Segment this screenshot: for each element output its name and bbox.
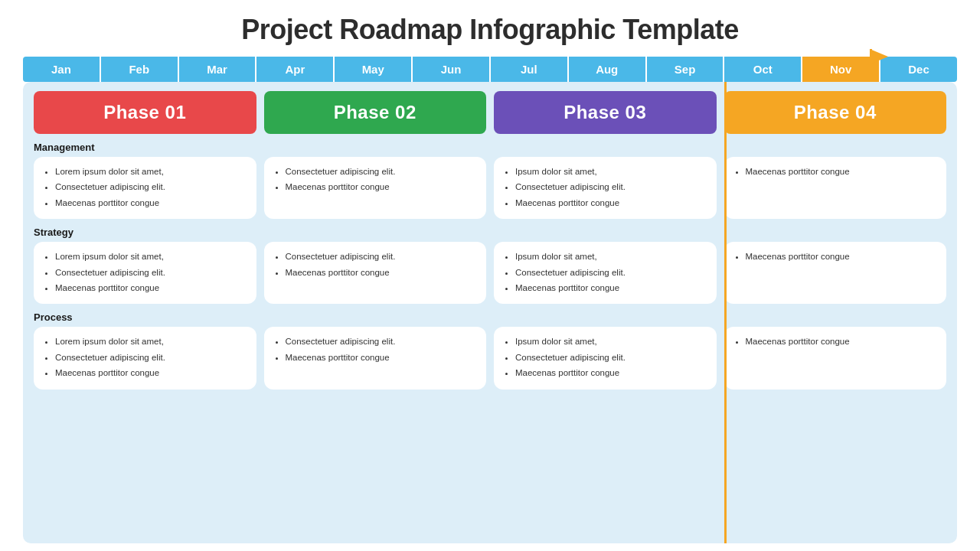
card-1-1: Consectetuer adipiscing elit.Maecenas po… bbox=[264, 242, 487, 304]
svg-marker-0 bbox=[870, 49, 888, 64]
card-0-0: Lorem ipsum dolor sit amet,Consectetuer … bbox=[34, 157, 256, 219]
card-0-1: Consectetuer adipiscing elit.Maecenas po… bbox=[264, 157, 487, 219]
card-1-2: Ipsum dolor sit amet,Consectetuer adipis… bbox=[494, 242, 717, 304]
card-item: Consectetuer adipiscing elit. bbox=[515, 350, 707, 364]
page: Project Roadmap Infographic Template Jan… bbox=[0, 0, 980, 551]
month-sep: Sep bbox=[647, 57, 725, 82]
card-item: Maecenas porttitor congue bbox=[515, 196, 707, 210]
card-item: Maecenas porttitor congue bbox=[286, 180, 478, 194]
section-label-1: Strategy bbox=[34, 227, 946, 238]
flag-icon bbox=[870, 49, 893, 75]
cards-row-2: Lorem ipsum dolor sit amet,Consectetuer … bbox=[34, 327, 946, 389]
cards-row-1: Lorem ipsum dolor sit amet,Consectetuer … bbox=[34, 242, 946, 304]
month-feb: Feb bbox=[101, 57, 179, 82]
month-aug: Aug bbox=[569, 57, 647, 82]
phase-header-1: Phase 01 bbox=[34, 91, 256, 134]
phase-headers-row: Phase 01Phase 02Phase 03Phase 04 bbox=[34, 91, 946, 134]
card-item: Maecenas porttitor congue bbox=[746, 165, 938, 178]
card-0-3: Maecenas porttitor congue bbox=[724, 157, 947, 219]
card-item: Consectetuer adipiscing elit. bbox=[515, 180, 707, 194]
card-item: Maecenas porttitor congue bbox=[55, 366, 247, 380]
card-item: Maecenas porttitor congue bbox=[286, 266, 478, 279]
content-area: Phase 01Phase 02Phase 03Phase 04 Managem… bbox=[23, 82, 957, 543]
section-label-0: Management bbox=[34, 142, 946, 153]
card-item: Consectetuer adipiscing elit. bbox=[286, 249, 478, 263]
month-apr: Apr bbox=[256, 57, 335, 82]
cards-row-0: Lorem ipsum dolor sit amet,Consectetuer … bbox=[34, 157, 946, 219]
month-jun: Jun bbox=[413, 57, 491, 82]
card-2-2: Ipsum dolor sit amet,Consectetuer adipis… bbox=[494, 327, 717, 389]
phase-header-2: Phase 02 bbox=[264, 91, 487, 134]
month-jan: Jan bbox=[23, 57, 101, 82]
month-jul: Jul bbox=[491, 57, 569, 82]
card-2-3: Maecenas porttitor congue bbox=[724, 327, 947, 389]
card-item: Maecenas porttitor congue bbox=[515, 366, 707, 380]
page-title: Project Roadmap Infographic Template bbox=[241, 14, 738, 46]
card-1-3: Maecenas porttitor congue bbox=[724, 242, 947, 304]
card-item: Ipsum dolor sit amet, bbox=[515, 334, 707, 348]
card-0-2: Ipsum dolor sit amet,Consectetuer adipis… bbox=[494, 157, 717, 219]
card-item: Ipsum dolor sit amet, bbox=[515, 165, 707, 178]
card-1-0: Lorem ipsum dolor sit amet,Consectetuer … bbox=[34, 242, 256, 304]
month-may: May bbox=[335, 57, 413, 82]
card-item: Maecenas porttitor congue bbox=[286, 350, 478, 364]
card-item: Consectetuer adipiscing elit. bbox=[55, 180, 247, 194]
card-item: Maecenas porttitor congue bbox=[746, 249, 938, 263]
card-item: Lorem ipsum dolor sit amet, bbox=[55, 165, 247, 178]
card-item: Ipsum dolor sit amet, bbox=[515, 249, 707, 263]
card-item: Consectetuer adipiscing elit. bbox=[515, 266, 707, 279]
card-2-1: Consectetuer adipiscing elit.Maecenas po… bbox=[264, 327, 487, 389]
month-oct: Oct bbox=[724, 57, 802, 82]
card-item: Maecenas porttitor congue bbox=[746, 334, 938, 348]
card-item: Consectetuer adipiscing elit. bbox=[55, 350, 247, 364]
card-item: Maecenas porttitor congue bbox=[515, 281, 707, 295]
month-nov: Nov bbox=[802, 57, 880, 82]
card-item: Maecenas porttitor congue bbox=[55, 196, 247, 210]
section-label-2: Process bbox=[34, 311, 946, 323]
months-bar: JanFebMarAprMayJunJulAugSepOctNovDec bbox=[23, 57, 957, 82]
card-item: Consectetuer adipiscing elit. bbox=[286, 334, 478, 348]
card-2-0: Lorem ipsum dolor sit amet,Consectetuer … bbox=[34, 327, 256, 389]
phase-header-4: Phase 04 bbox=[724, 91, 947, 134]
svg-rect-1 bbox=[870, 49, 872, 75]
card-item: Maecenas porttitor congue bbox=[55, 281, 247, 295]
phase-header-3: Phase 03 bbox=[494, 91, 717, 134]
card-item: Lorem ipsum dolor sit amet, bbox=[55, 249, 247, 263]
month-mar: Mar bbox=[179, 57, 257, 82]
card-item: Consectetuer adipiscing elit. bbox=[55, 266, 247, 279]
sections-container: ManagementLorem ipsum dolor sit amet,Con… bbox=[34, 142, 946, 397]
card-item: Consectetuer adipiscing elit. bbox=[286, 165, 478, 178]
card-item: Lorem ipsum dolor sit amet, bbox=[55, 334, 247, 348]
